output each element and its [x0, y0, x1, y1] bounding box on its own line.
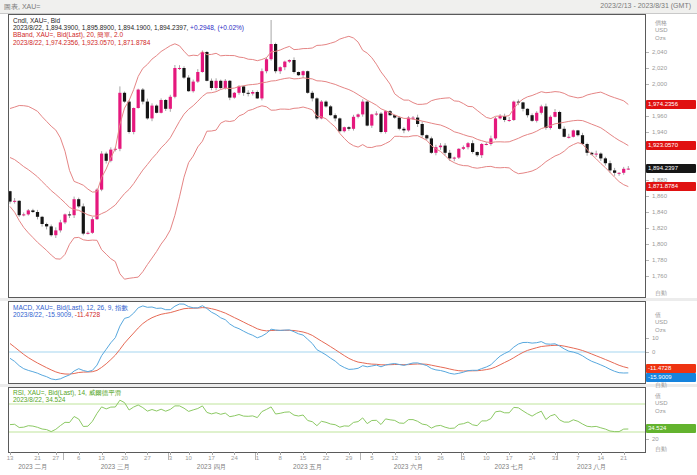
- price-tick-label: 1,760: [652, 273, 667, 279]
- axis-tick: [646, 260, 649, 261]
- price-tick-label: 2,040: [652, 49, 667, 55]
- day-label: 27: [49, 455, 63, 461]
- month-separator: [63, 453, 64, 460]
- day-label: 31: [548, 455, 562, 461]
- month-label: 2023 四月: [189, 463, 235, 472]
- month-separator: [168, 453, 169, 460]
- axis-tick: [646, 84, 649, 85]
- macd-axis-auto-label: 自動: [655, 381, 667, 390]
- day-label: 27: [140, 455, 154, 461]
- axis-unit-label: Ozs: [655, 408, 666, 414]
- axis-tick: [646, 52, 649, 53]
- axis-unit-label: USD: [655, 400, 668, 406]
- axis-tick: [646, 180, 649, 181]
- price-tick-label: 1,840: [652, 209, 667, 215]
- day-label: 22: [319, 455, 333, 461]
- pane-separator[interactable]: [0, 298, 697, 301]
- day-label: 10: [479, 455, 493, 461]
- main-price-chart[interactable]: [9, 15, 645, 297]
- day-label: 3: [456, 455, 470, 461]
- axis-tick: [646, 196, 649, 197]
- day-label: 24: [525, 455, 539, 461]
- month-label: 2023 三月: [92, 463, 138, 472]
- price-tick-label: 1,800: [652, 241, 667, 247]
- day-label: 15: [296, 455, 310, 461]
- rsi-value-badge: 34.524: [646, 424, 696, 433]
- macd-tick-label: 10: [652, 335, 659, 341]
- rsi-chart[interactable]: [9, 388, 645, 452]
- month-separator: [461, 453, 462, 460]
- axis-unit-label: Ozs: [655, 327, 666, 333]
- axis-tick: [646, 212, 649, 213]
- axis-tick: [646, 132, 649, 133]
- chart-window: 圖表, XAU= 2023/2/13 - 2023/8/31 (GMT) Cnd…: [0, 0, 697, 475]
- macd-value-badge: -15.9009: [646, 373, 696, 382]
- month-label: 2023 八月: [569, 463, 615, 472]
- month-separator: [360, 453, 361, 460]
- axis-tick: [646, 276, 649, 277]
- axis-unit-label: Ozs: [655, 35, 666, 41]
- price-tick-label: 1,780: [652, 257, 667, 263]
- day-label: 3: [163, 455, 177, 461]
- time-axis[interactable]: 1321276132027310172418152229512192631017…: [0, 452, 697, 475]
- axis-tick: [646, 338, 649, 339]
- day-label: 19: [411, 455, 425, 461]
- month-label: 2023 六月: [386, 463, 432, 472]
- month-label: 2023 二月: [10, 463, 56, 472]
- date-range-label: 2023/2/13 - 2023/8/31 (GMT): [600, 2, 691, 9]
- day-label: 12: [388, 455, 402, 461]
- month-separator: [557, 453, 558, 460]
- price-tick-label: 1,960: [652, 113, 667, 119]
- price-axis-auto-label: 自動: [655, 289, 667, 298]
- day-label: 20: [118, 455, 132, 461]
- macd-tick-label: 0: [652, 349, 655, 355]
- price-tick-label: 1,820: [652, 225, 667, 231]
- day-label: 29: [342, 455, 356, 461]
- day-label: 7: [571, 455, 585, 461]
- price-tick-label: 2,000: [652, 81, 667, 87]
- day-label: 21: [617, 455, 631, 461]
- day-label: 13: [95, 455, 109, 461]
- axis-unit-label: USD: [655, 27, 668, 33]
- pane-separator[interactable]: [0, 384, 697, 387]
- rsi-tick-label: 20: [652, 436, 659, 442]
- axis-tick: [646, 352, 649, 353]
- axis-unit-label: USD: [655, 319, 668, 325]
- bollinger-lower-badge: 1,871.8784: [646, 182, 696, 191]
- day-label: 8: [273, 455, 287, 461]
- bollinger-upper-badge: 1,974.2356: [646, 100, 696, 109]
- day-label: 17: [205, 455, 219, 461]
- month-separator: [255, 453, 256, 460]
- window-title: 圖表, XAU=: [4, 2, 40, 12]
- price-tick-label: 1,860: [652, 193, 667, 199]
- price-tick-label: 2,020: [652, 65, 667, 71]
- macd-signal-badge: -11.4728: [646, 364, 696, 373]
- last-price-badge: 1,894.2397: [646, 164, 696, 173]
- day-label: 5: [365, 455, 379, 461]
- day-label: 26: [434, 455, 448, 461]
- bollinger-middle-badge: 1,923.0570: [646, 141, 696, 150]
- price-tick-label: 1,940: [652, 129, 667, 135]
- day-label: 10: [182, 455, 196, 461]
- month-label: 2023 五月: [285, 463, 331, 472]
- axis-tick: [646, 439, 649, 440]
- day-label: 1: [250, 455, 264, 461]
- day-label: 21: [31, 455, 45, 461]
- axis-tick: [646, 228, 649, 229]
- value-axes[interactable]: 價格USDOzs值USDOzs值USDOzs2,0402,0202,0001,9…: [646, 13, 697, 475]
- day-label: 17: [502, 455, 516, 461]
- day-label: 14: [594, 455, 608, 461]
- axis-tick: [646, 116, 649, 117]
- axis-tick: [646, 68, 649, 69]
- day-label: 13: [3, 455, 17, 461]
- day-label: 6: [72, 455, 86, 461]
- month-label: 2023 七月: [486, 463, 532, 472]
- axis-tick: [646, 244, 649, 245]
- window-titlebar[interactable]: 圖表, XAU= 2023/2/13 - 2023/8/31 (GMT): [0, 0, 697, 14]
- day-label: 24: [227, 455, 241, 461]
- macd-chart[interactable]: [9, 302, 645, 383]
